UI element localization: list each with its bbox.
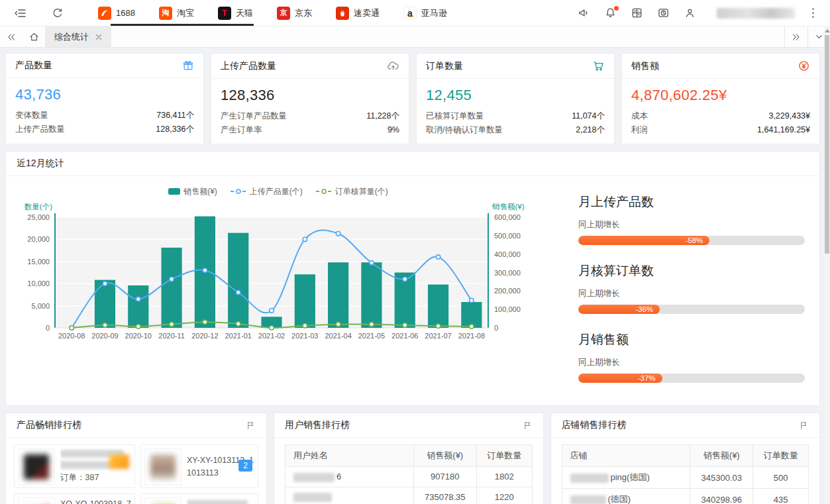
row-label: 取消/待确认订单数量 [426, 123, 503, 137]
svg-text:10,000: 10,000 [27, 279, 50, 287]
orders-cell: 1802 [476, 467, 532, 487]
card-uploaded-products: 上传产品数量 128,336 产生订单产品数量11,228个 产生订单率9% [211, 53, 409, 144]
menu-fold-icon[interactable] [9, 0, 32, 26]
card-value: 4,870,602.25¥ [631, 87, 810, 104]
user-sales-ranking-card: 用户销售排行榜 用户姓名 销售额(¥) 订单数量 690718018027350… [274, 413, 544, 504]
svg-text:20,000: 20,000 [27, 235, 50, 243]
row-value: 9% [388, 123, 399, 137]
product-item[interactable]: XY-XY-1013113_110131132 [140, 444, 258, 488]
legend-item[interactable]: 销售额(¥) [168, 186, 217, 197]
redacted-badge [109, 454, 129, 469]
tabstrip-spacer [111, 26, 784, 47]
row-value: 11,228个 [366, 109, 399, 123]
collapse-left-icon[interactable] [0, 26, 23, 47]
svg-text:100,000: 100,000 [494, 305, 521, 313]
shop-sales-table: 店铺 销售额(¥) 订单数量 ping(德国)345300.03500(德国)3… [562, 444, 809, 504]
marketplace-tmall[interactable]: T 天猫 [206, 0, 265, 26]
svg-text:0: 0 [46, 324, 50, 332]
growth-title: 月销售额 [578, 331, 805, 348]
contacts-icon[interactable] [678, 0, 701, 26]
card-title: 产品畅销排行榜 [17, 419, 81, 431]
ranking-row: 产品畅销排行榜 订单：387XY-XY-1013113_110131132XQ-… [5, 413, 820, 504]
marketplace-nav: 1688 淘 淘宝 T 天猫 京 京东 速卖通 a 亚马逊 [86, 0, 459, 26]
bestseller-ranking-card: 产品畅销排行榜 订单：387XY-XY-1013113_110131132XQ-… [5, 413, 267, 504]
user-sales-table: 用户姓名 销售额(¥) 订单数量 69071801802735078.35122… [285, 444, 533, 504]
card-order-count: 订单数量 12,455 已核算订单数量11,074个 取消/待确认订单数量2,2… [416, 53, 615, 144]
card-title: 订单数量 [426, 60, 463, 72]
refresh-icon[interactable] [46, 0, 69, 26]
scrollbar-thumb[interactable] [825, 35, 829, 254]
product-info [187, 497, 254, 504]
product-item[interactable] [140, 493, 258, 504]
column-header: 用户姓名 [285, 445, 414, 467]
more-menu-icon[interactable] [805, 4, 821, 22]
sales-cell: 340298.96 [690, 489, 753, 504]
card-value: 43,736 [15, 86, 194, 103]
expand-right-icon[interactable] [785, 26, 807, 47]
orders-cell: 1220 [476, 487, 532, 504]
growth-title: 月核算订单数 [578, 262, 805, 279]
1688-icon [98, 7, 111, 20]
svg-text:600,000: 600,000 [494, 213, 521, 221]
svg-text:数量(个): 数量(个) [25, 203, 52, 211]
svg-text:2021-08: 2021-08 [458, 332, 485, 340]
calculator-icon[interactable] [625, 0, 648, 26]
card-title: 产品数量 [15, 60, 52, 72]
card-product-count: 产品数量 43,736 变体数量736,411个 上传产品数量128,336个 [5, 53, 204, 144]
monthly-stats-panel: 近12月统计 销售额(¥)上传产品量(个)订单核算量(个) 05,00010,0… [5, 151, 820, 406]
legend-item[interactable]: 订单核算量(个) [316, 186, 388, 197]
product-item[interactable]: XQ-XQ-1003918_7 [14, 493, 135, 504]
product-image [18, 448, 55, 485]
marketplace-label: 京东 [295, 7, 312, 19]
chart-legend[interactable]: 销售额(¥)上传产品量(个)订单核算量(个) [10, 184, 546, 199]
amazon-icon: a [403, 7, 417, 20]
marketplace-1688[interactable]: 1688 [86, 0, 147, 26]
dashboard-main: 产品数量 43,736 变体数量736,411个 上传产品数量128,336个 … [0, 48, 830, 504]
growth-progress-track: -36% [578, 305, 805, 314]
notification-bell-icon[interactable] [599, 0, 621, 26]
sales-cell: 345300.03 [690, 467, 753, 489]
product-image [144, 448, 182, 485]
announcement-icon[interactable] [572, 0, 595, 26]
svg-text:2021-03: 2021-03 [291, 332, 318, 340]
growth-progress-fill: -36% [578, 305, 660, 314]
marketplace-amazon[interactable]: a 亚马逊 [391, 0, 459, 26]
product-sku: 1013113 [187, 468, 219, 478]
marketplace-label: 淘宝 [177, 7, 194, 19]
redacted-text [60, 461, 112, 469]
svg-text:2020-12: 2020-12 [191, 332, 218, 340]
product-item[interactable]: 订单：387 [14, 444, 135, 488]
svg-text:400,000: 400,000 [494, 250, 521, 258]
scroll-up-arrow[interactable] [825, 29, 830, 32]
svg-text:2021-02: 2021-02 [258, 332, 285, 340]
marketplace-label: 天猫 [236, 7, 253, 19]
svg-text:2020-10: 2020-10 [125, 332, 152, 340]
growth-subtitle: 同上期增长 [578, 219, 805, 230]
svg-text:销售额(¥): 销售额(¥) [492, 203, 525, 211]
row-value: 3,229,433¥ [768, 109, 810, 123]
column-header: 销售额(¥) [413, 445, 476, 467]
svg-text:2021-05: 2021-05 [358, 332, 385, 340]
svg-text:2021-06: 2021-06 [391, 332, 418, 340]
home-icon[interactable] [23, 26, 45, 47]
growth-title: 月上传产品数 [578, 193, 805, 211]
redacted-text [187, 500, 248, 504]
topbar-actions [572, 0, 821, 26]
marketplace-jd[interactable]: 京 京东 [265, 0, 324, 26]
svg-text:2020-09: 2020-09 [91, 332, 118, 340]
row-value: 11,074个 [572, 109, 605, 123]
svg-text:2021-07: 2021-07 [425, 332, 451, 340]
service-clock-icon[interactable] [652, 0, 674, 26]
marketplace-taobao[interactable]: 淘 淘宝 [147, 0, 206, 26]
flag-icon [799, 421, 809, 430]
legend-item[interactable]: 上传产品量(个) [231, 186, 303, 197]
growth-progress-track: -58% [578, 236, 805, 245]
user-account-redacted[interactable] [717, 8, 795, 19]
cloud-upload-icon [387, 60, 399, 72]
growth-panel: 月上传产品数 同上期增长 -58% 月核算订单数 同上期增长 -36% 月销售额… [546, 184, 813, 400]
marketplace-aliexpress[interactable]: 速卖通 [324, 0, 391, 26]
column-header: 订单数量 [753, 445, 809, 467]
tab-close-icon[interactable] [95, 34, 102, 40]
shop-sales-ranking-card: 店铺销售排行榜 店铺 销售额(¥) 订单数量 ping(德国)345300.03… [550, 413, 821, 504]
tab-comprehensive-statistics[interactable]: 综合统计 [45, 26, 111, 47]
